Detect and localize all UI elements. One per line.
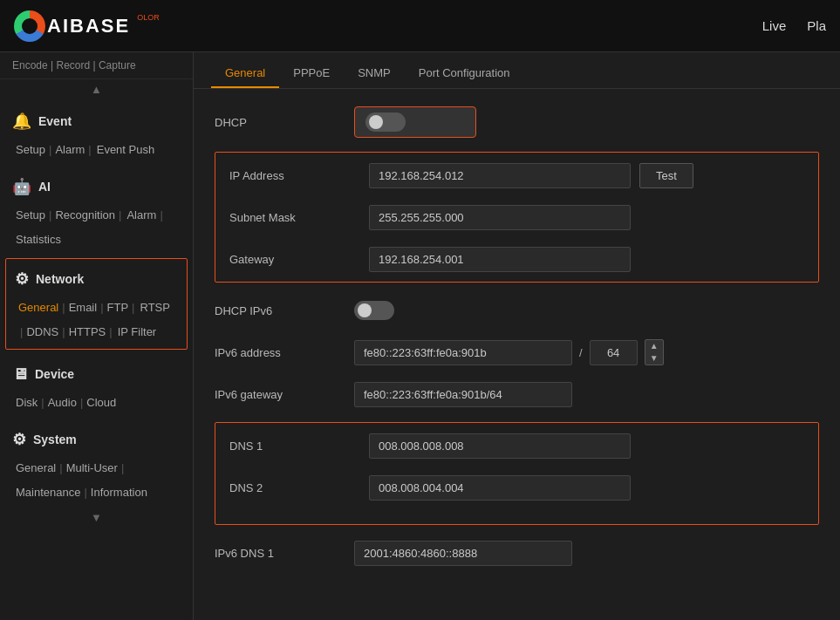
logo-icon: [14, 10, 45, 42]
logo-sub: OLOR: [137, 13, 160, 22]
dhcp-ipv6-control: [354, 301, 819, 320]
sidebar-network-general[interactable]: General: [18, 297, 58, 317]
ipv6-dns1-input[interactable]: [354, 541, 572, 566]
nav-live[interactable]: Live: [762, 18, 787, 33]
sidebar: Encode | Record | Capture ▲ 🔔 Event Setu…: [0, 52, 194, 620]
sidebar-system-info[interactable]: Information: [91, 482, 147, 502]
subnet-mask-label: Subnet Mask: [229, 211, 369, 224]
dns2-row: DNS 2: [229, 474, 804, 501]
sidebar-ai-header: 🤖 AI: [12, 174, 181, 200]
dhcp-ipv6-toggle-knob: [358, 303, 372, 317]
dhcp-label: DHCP: [215, 116, 354, 129]
ipv6-address-input[interactable]: [354, 340, 572, 365]
ai-icon: 🤖: [12, 177, 31, 196]
test-button[interactable]: Test: [639, 163, 693, 188]
gateway-row: Gateway: [229, 245, 804, 273]
sidebar-system-maintenance[interactable]: Maintenance: [16, 482, 80, 502]
sidebar-system-section: ⚙ System General | Multi-User | Maintena…: [0, 418, 193, 508]
subnet-mask-input[interactable]: [369, 205, 631, 230]
sidebar-event-setup[interactable]: Setup: [16, 140, 45, 160]
ip-settings-group: IP Address Test Subnet Mask: [215, 152, 819, 283]
sidebar-event-section: 🔔 Event Setup | Alarm | Event Push: [0, 99, 193, 165]
sidebar-device-disk[interactable]: Disk: [16, 392, 38, 412]
ipv6-address-input-group: / ▲ ▼: [354, 339, 819, 365]
subnet-mask-row: Subnet Mask: [229, 203, 804, 231]
main-content: General PPPoE SNMP Port Configuration DH…: [194, 52, 840, 620]
sidebar-network-rtsp[interactable]: RTSP: [140, 297, 170, 317]
sidebar-network-label: Network: [36, 272, 84, 286]
ipv6-spinner[interactable]: ▲ ▼: [645, 339, 664, 365]
sidebar-device-section: 🖥 Device Disk | Audio | Cloud: [0, 353, 193, 418]
tab-pppoe[interactable]: PPPoE: [279, 59, 344, 88]
tabs-bar: General PPPoE SNMP Port Configuration: [194, 52, 840, 89]
dns2-label: DNS 2: [229, 481, 369, 494]
sidebar-ai-setup[interactable]: Setup: [16, 205, 45, 225]
ipv6-gateway-label: IPv6 gateway: [215, 388, 354, 401]
top-nav: AIBASE OLOR Live Pla: [0, 0, 840, 52]
sidebar-network-header: ⚙ Network: [15, 266, 178, 292]
tab-general[interactable]: General: [211, 59, 279, 88]
sidebar-ai-statistics[interactable]: Statistics: [16, 229, 61, 249]
sidebar-scroll-down[interactable]: ▼: [0, 508, 193, 528]
breadcrumb-text: Encode | Record | Capture: [12, 59, 136, 72]
tab-snmp[interactable]: SNMP: [344, 59, 405, 88]
tab-port-config[interactable]: Port Configuration: [405, 59, 524, 88]
sidebar-network-https[interactable]: HTTPS: [69, 322, 106, 342]
sidebar-device-cloud[interactable]: Cloud: [86, 392, 116, 412]
ipv6-gateway-control: [354, 382, 819, 407]
sidebar-network-links: General | Email | FTP | RTSP | DDNS | HT…: [15, 297, 178, 342]
nav-playback[interactable]: Pla: [807, 18, 826, 33]
dns1-control: [369, 433, 804, 459]
ipv6-prefix-input[interactable]: [590, 340, 638, 365]
ipv6-dns1-label: IPv6 DNS 1: [215, 547, 354, 560]
sidebar-ai-recognition[interactable]: Recognition: [55, 205, 115, 225]
network-form: DHCP IP Address: [194, 89, 840, 598]
sidebar-event-push[interactable]: Event Push: [97, 140, 155, 160]
sidebar-event-label: Event: [38, 114, 72, 128]
spinner-down[interactable]: ▼: [645, 352, 663, 365]
sidebar-network-email[interactable]: Email: [69, 297, 98, 317]
sidebar-ai-links: Setup | Recognition | Alarm | Statistics: [12, 205, 181, 249]
ip-address-input[interactable]: [369, 163, 631, 188]
sidebar-system-multiuser[interactable]: Multi-User: [66, 458, 118, 478]
sidebar-system-label: System: [33, 433, 77, 446]
dhcp-toggle-wrap[interactable]: [354, 106, 476, 138]
sidebar-network-ddns[interactable]: DDNS: [26, 322, 58, 342]
sidebar-event-header: 🔔 Event: [12, 108, 181, 134]
sidebar-network-ftp[interactable]: FTP: [107, 297, 129, 317]
sidebar-device-links: Disk | Audio | Cloud: [12, 392, 181, 412]
sidebar-system-links: General | Multi-User | Maintenance | Inf…: [12, 458, 181, 502]
dhcp-ipv6-row: DHCP IPv6: [215, 296, 819, 324]
dhcp-ipv6-label: DHCP IPv6: [215, 304, 354, 317]
dns2-control: [369, 475, 804, 501]
sidebar-event-alarm[interactable]: Alarm: [55, 140, 85, 160]
sidebar-ai-alarm[interactable]: Alarm: [126, 205, 156, 225]
ipv6-address-row: IPv6 address / ▲ ▼: [215, 338, 819, 366]
gateway-input[interactable]: [369, 247, 631, 272]
ipv6-dns1-row: IPv6 DNS 1: [215, 539, 819, 567]
dns2-input[interactable]: [369, 475, 631, 501]
spinner-up[interactable]: ▲: [645, 340, 663, 352]
ipv6-address-control: / ▲ ▼: [354, 339, 819, 365]
ip-address-input-group: Test: [369, 163, 804, 188]
logo: AIBASE OLOR: [14, 10, 160, 42]
sidebar-ai-section: 🤖 AI Setup | Recognition | Alarm | Stati…: [0, 165, 193, 255]
dhcp-toggle-knob: [369, 115, 383, 129]
sidebar-system-general[interactable]: General: [16, 458, 56, 478]
dhcp-toggle[interactable]: [365, 112, 406, 132]
ip-address-control: Test: [369, 163, 804, 188]
network-icon: ⚙: [15, 269, 29, 289]
ipv6-gateway-input[interactable]: [354, 382, 572, 407]
dns1-input[interactable]: [369, 433, 631, 459]
dhcp-ipv6-toggle[interactable]: [354, 301, 394, 320]
dns1-row: DNS 1: [229, 432, 804, 460]
dhcp-row: DHCP: [215, 106, 819, 138]
sidebar-scroll-up[interactable]: ▲: [0, 79, 193, 99]
ipv6-dns1-control: [354, 541, 819, 566]
subnet-mask-control: [369, 205, 804, 230]
sidebar-device-audio[interactable]: Audio: [48, 392, 77, 412]
sidebar-network-ipfilter[interactable]: IP Filter: [118, 322, 157, 342]
device-icon: 🖥: [12, 365, 28, 384]
sidebar-device-label: Device: [35, 367, 74, 381]
system-icon: ⚙: [12, 430, 26, 449]
